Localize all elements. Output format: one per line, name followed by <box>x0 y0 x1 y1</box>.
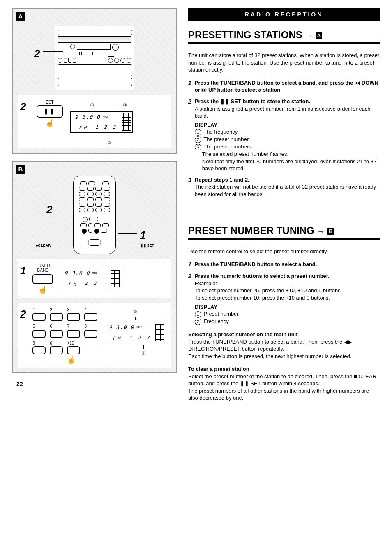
lcd-band: F M <box>79 125 86 131</box>
step-3: 3 Repeat steps 1 and 2. The next station… <box>188 176 380 198</box>
lcd-preset-digits: 1 2 3 <box>95 125 117 131</box>
display-item-3: The preset numbers <box>203 143 251 150</box>
lcd-display-illustration: 9 3.0 0 MHz F M 2 3 <box>60 268 122 289</box>
step-number: 3 <box>188 176 191 198</box>
figure-b: B 2 1 <box>12 161 177 373</box>
step-1-title: Press the TUNER/BAND button to select a … <box>195 79 380 94</box>
lcd-unit: MHz <box>136 326 142 329</box>
set-label: SET <box>37 99 63 105</box>
heading-text: PRESETTING STATIONS <box>188 29 302 40</box>
detail-step-num: 2 <box>20 99 29 114</box>
lcd-unit: MHz <box>92 271 97 275</box>
clear-line-2: The preset numbers of all other stations… <box>188 387 380 402</box>
callout-2: ② <box>87 140 133 146</box>
key-1-label: 1 <box>32 307 46 313</box>
lcd-band: F M <box>113 335 120 341</box>
callout-3: ③ <box>123 102 127 108</box>
presetting-intro: The unit can store a total of 32 preset … <box>188 52 380 74</box>
display-item-3-note-b: Note that only the first 20 numbers are … <box>202 158 380 172</box>
preset-tuning-heading: PRESET NUMBER TUNING → B <box>188 224 380 239</box>
lcd-display-illustration: 9 3.0 0 MHz F M 1 2 3 <box>104 322 166 343</box>
step-number: 2 <box>188 273 191 325</box>
step-b2: 2 Press the numeric buttons to select a … <box>188 273 380 325</box>
page-number: 22 <box>16 380 177 388</box>
example-line-1: To select preset number 25, press the +1… <box>195 287 380 294</box>
lcd-band: F M <box>68 282 76 287</box>
circled-3-icon: 3 <box>195 144 201 150</box>
lcd-unit: MHz <box>103 115 108 119</box>
circled-1-icon: 1 <box>195 311 201 318</box>
selecting-title: Selecting a preset number on the main un… <box>188 331 380 338</box>
callout-1: ① <box>120 350 166 356</box>
key-2-label: 2 <box>50 307 63 313</box>
figures-column: A 2 2 SET ❚❚ ☝ <box>12 8 177 402</box>
tuner-label: TUNER <box>36 264 50 268</box>
figure-a-detail-panel: 2 SET ❚❚ ☝ ① ③ 9 3.0 0 MHz F M <box>18 95 171 148</box>
clear-button-label: ■CLEAR <box>36 243 51 248</box>
step-number: 1 <box>188 79 191 94</box>
remote-control-illustration <box>73 176 116 254</box>
callout-1: ① <box>90 102 94 108</box>
display-item-2: Frequency <box>203 318 228 324</box>
band-label: BAND <box>37 268 49 273</box>
lcd-frequency: 9 3.0 0 <box>75 113 100 121</box>
circled-1-icon: 1 <box>195 129 201 136</box>
step-b1: 1 Press the TUNER/BAND button to select … <box>188 261 380 268</box>
figure-a-callout-2: 2 <box>34 46 40 61</box>
figure-b-callout-1: 1 <box>140 228 146 243</box>
step-b1-title: Press the TUNER/BAND button to select a … <box>195 261 380 268</box>
heading-text: PRESET NUMBER TUNING <box>188 225 314 236</box>
detail-1-num: 1 <box>20 264 26 278</box>
lcd-display-illustration: 9 3.0 0 MHz F M 1 2 3 <box>70 111 133 133</box>
stereo-unit-illustration <box>55 26 134 90</box>
selecting-line-1: Press the TUNER/BAND button to select a … <box>188 338 380 353</box>
key-6-label: 6 <box>50 324 63 329</box>
example-line-2: To select preset number 10, press the +1… <box>195 294 380 302</box>
presetting-heading: PRESETTING STATIONS → A <box>188 28 380 44</box>
key-8-label: 8 <box>84 324 97 329</box>
step-number: 2 <box>188 98 191 172</box>
clear-line-1: Select the preset number of the station … <box>188 373 380 387</box>
lcd-preset-digits: 1 2 3 <box>129 335 151 341</box>
step-2: 2 Press the ❚❚ SET button to store the s… <box>188 98 380 172</box>
step-2-title: Press the ❚❚ SET button to store the sta… <box>195 98 380 105</box>
arrow-icon: → <box>317 227 327 236</box>
figure-a-label: A <box>16 12 25 21</box>
set-button-label: ❚❚SET <box>140 243 154 248</box>
callout-2: ② <box>104 309 166 315</box>
circled-2-icon: 2 <box>195 136 201 143</box>
display-label: DISPLAY <box>195 303 380 311</box>
key-9-label: 9 <box>32 340 46 346</box>
tuning-intro: Use the remote control to select the pre… <box>188 248 380 255</box>
text-column: RADIO RECEPTION PRESETTING STATIONS → A … <box>188 8 380 402</box>
key-4-label: 4 <box>84 307 97 313</box>
circled-2-icon: 2 <box>195 319 201 325</box>
figure-b-label: B <box>16 165 25 174</box>
arrow-icon: → <box>305 31 316 40</box>
hand-pointer-icon: ☝ <box>45 355 97 365</box>
display-item-1: Preset number <box>203 311 238 317</box>
step-1: 1 Press the TUNER/BAND button to select … <box>188 79 380 94</box>
lcd-preset-digits: 2 3 <box>85 281 98 287</box>
display-item-1: The frequency <box>203 129 238 135</box>
display-label: DISPLAY <box>195 121 380 129</box>
selecting-subsection: Selecting a preset number on the main un… <box>188 331 380 360</box>
detail-2-num: 2 <box>20 307 26 321</box>
pause-icon: ❚❚ <box>44 108 55 114</box>
key-5-label: 5 <box>32 324 46 329</box>
section-banner: RADIO RECEPTION <box>188 8 380 21</box>
key-0-label: 0 <box>50 340 63 346</box>
key-3-label: 3 <box>67 307 80 313</box>
heading-ref-badge: A <box>316 32 322 39</box>
lcd-frequency: 9 3.0 0 <box>108 324 134 331</box>
figure-b-detail-1: 1 TUNERBAND ☝ 9 3.0 0 MHz F M 2 3 <box>18 259 171 297</box>
clear-subsection: To clear a preset station Select the pre… <box>188 365 380 402</box>
heading-ref-badge: B <box>327 228 334 235</box>
step-2-desc: A station is assigned a preset number fr… <box>195 105 380 120</box>
display-item-2: The preset number <box>203 136 249 142</box>
hand-pointer-icon: ☝ <box>32 285 53 295</box>
set-button-illustration: ❚❚ <box>37 105 63 118</box>
step-3-title: Repeat steps 1 and 2. <box>195 176 380 184</box>
step-3-desc: The next station will not be stored if a… <box>195 183 380 198</box>
figure-b-callout-2: 2 <box>46 203 52 217</box>
